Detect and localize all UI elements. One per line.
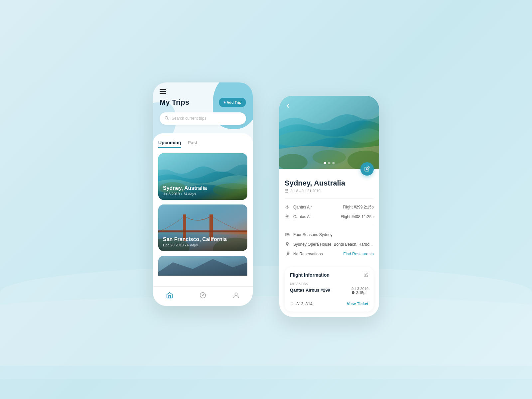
search-icon	[164, 116, 169, 121]
no-reservations-label: No Reservations	[293, 252, 323, 256]
tab-past[interactable]: Past	[188, 140, 198, 148]
hotel-name: Four Seasons Sydney	[293, 232, 332, 237]
trips-content: Upcoming Past	[153, 133, 253, 286]
seat-icon	[290, 302, 294, 306]
tab-upcoming[interactable]: Upcoming	[158, 140, 181, 148]
svg-line-1	[168, 119, 169, 120]
dot-3[interactable]	[332, 162, 335, 164]
activities-icon	[285, 242, 290, 247]
right-phone: Sydney, Australia Jul 8 - Jul 21 2019 Qa…	[279, 96, 379, 317]
page-title: My Trips	[160, 98, 189, 107]
edit-fab-button[interactable]	[360, 162, 374, 176]
activities-row: Sydney Opera House, Bondi Beach, Harbo..…	[285, 240, 374, 249]
image-dots	[324, 162, 335, 164]
sydney-card-title: Sydney, Australia	[163, 185, 243, 191]
tabs: Upcoming Past	[158, 140, 247, 148]
trip-card-sydney[interactable]: Sydney, Australia Jul 8 2019 • 14 days	[158, 153, 247, 200]
dot-2[interactable]	[328, 162, 331, 164]
flight-row-1: Qantas Air Flight #299 2:15p	[285, 202, 374, 212]
flight-row-2: Qantas Air Flight #408 11:25a	[285, 212, 374, 222]
flight-info-title: Flight Information	[290, 272, 330, 278]
flight-detail-2: Flight #408 11:25a	[341, 214, 374, 219]
sydney-card-date: Jul 8 2019 • 14 days	[163, 192, 243, 196]
trip-card-sf[interactable]: San Francisco, California Dec 20 2019 • …	[158, 204, 247, 251]
sf-card-title: San Francisco, California	[163, 236, 243, 242]
search-placeholder: Search current trips	[172, 116, 206, 121]
clock-icon	[351, 291, 355, 294]
destination-title: Sydney, Australia	[285, 179, 374, 188]
back-button[interactable]	[285, 102, 291, 111]
departing-label: DEPARTING	[290, 282, 368, 285]
divider-1	[285, 198, 374, 199]
destination-dates: Jul 8 - Jul 21 2019	[285, 189, 374, 193]
find-restaurants-link[interactable]: Find Restaurants	[343, 252, 374, 256]
airline-1: Qantas Air	[293, 205, 312, 209]
seat-numbers: A13, A14	[296, 302, 313, 306]
svg-rect-21	[285, 190, 288, 193]
calendar-icon	[285, 189, 289, 193]
svg-rect-6	[158, 204, 247, 231]
view-ticket-button[interactable]: View Ticket	[347, 302, 368, 306]
hamburger-menu[interactable]	[160, 89, 246, 94]
flight-time: 2:15p	[351, 291, 368, 295]
search-bar[interactable]: Search current trips	[160, 112, 246, 125]
nav-home[interactable]	[166, 291, 174, 299]
nav-compass[interactable]	[199, 291, 207, 299]
flight-depart-icon	[285, 204, 290, 210]
sf-card-overlay: San Francisco, California Dec 20 2019 • …	[158, 232, 247, 251]
add-trip-button[interactable]: + Add Trip	[219, 98, 246, 107]
flight-date: Jul 8 2019	[351, 287, 368, 291]
flight-arrive-icon	[285, 214, 290, 220]
hotel-row: Four Seasons Sydney	[285, 230, 374, 240]
restaurant-icon	[285, 251, 290, 257]
reservations-row: No Reservations Find Restaurants	[285, 249, 374, 259]
activities-text: Sydney Opera House, Bondi Beach, Harbo..…	[293, 242, 373, 247]
screens-container: My Trips + Add Trip Search current trips…	[153, 82, 379, 317]
svg-point-16	[235, 293, 237, 295]
flight-info-section: Flight Information DEPARTING Qantas Airb…	[285, 267, 374, 312]
flight-name: Qantas Airbus #299	[290, 288, 330, 293]
sf-card-date: Dec 20 2019 • 6 days	[163, 243, 243, 247]
trip-card-third[interactable]	[158, 256, 247, 276]
detail-content: Sydney, Australia Jul 8 - Jul 21 2019 Qa…	[279, 169, 379, 264]
nav-profile[interactable]	[232, 291, 240, 299]
hotel-icon	[285, 232, 290, 238]
left-phone: My Trips + Add Trip Search current trips…	[153, 82, 253, 306]
airline-2: Qantas Air	[293, 214, 312, 219]
svg-point-15	[202, 295, 203, 296]
detail-hero	[279, 96, 379, 169]
seat-info: A13, A14	[290, 302, 313, 306]
flight-detail-1: Flight #299 2:15p	[343, 205, 374, 209]
bottom-nav	[153, 286, 253, 306]
flight-edit-icon[interactable]	[364, 272, 368, 278]
seat-row: A13, A14 View Ticket	[290, 298, 368, 306]
divider-2	[285, 226, 374, 226]
sydney-card-overlay: Sydney, Australia Jul 8 2019 • 14 days	[158, 181, 247, 200]
dot-1[interactable]	[324, 162, 326, 164]
